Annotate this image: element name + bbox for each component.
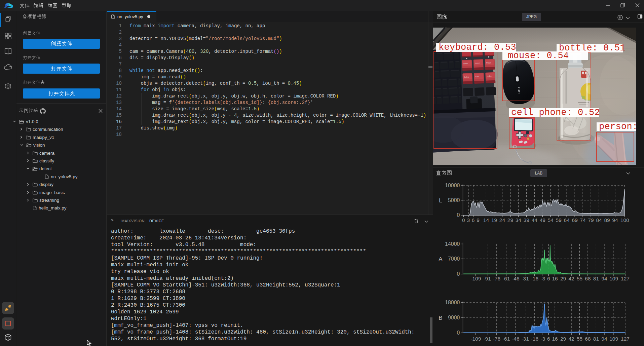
svg-text:18000: 18000 <box>445 300 460 305</box>
svg-text:PgDn: PgDn <box>487 75 491 77</box>
svg-text:bottle: 0.51: bottle: 0.51 <box>559 43 626 53</box>
svg-text:-76: -76 <box>493 336 500 342</box>
svg-text:16: 16 <box>552 336 558 342</box>
svg-text:29: 29 <box>560 336 566 342</box>
svg-text:127: 127 <box>621 276 630 281</box>
svg-text:A: A <box>439 256 443 262</box>
svg-text:-91: -91 <box>483 276 491 281</box>
svg-text:6: 6 <box>547 336 550 342</box>
svg-text:-31: -31 <box>521 276 529 281</box>
svg-text:0: 0 <box>457 212 460 218</box>
svg-text:-46: -46 <box>512 276 519 281</box>
svg-text:29: 29 <box>507 217 513 223</box>
svg-text:94: 94 <box>612 217 618 223</box>
svg-text:34: 34 <box>516 217 522 223</box>
svg-text:69: 69 <box>572 217 578 223</box>
svg-text:-31: -31 <box>521 336 529 342</box>
svg-text:14000: 14000 <box>445 241 460 247</box>
svg-text:94: 94 <box>601 276 607 281</box>
svg-text:-46: -46 <box>512 336 519 342</box>
svg-text:-76: -76 <box>493 276 500 281</box>
svg-text:6: 6 <box>472 217 475 223</box>
svg-text:0: 0 <box>457 271 460 277</box>
svg-text:-3: -3 <box>540 336 545 342</box>
svg-text:0: 0 <box>457 330 460 336</box>
svg-text:68: 68 <box>585 336 591 342</box>
svg-text:person:: person: <box>599 122 636 132</box>
svg-text:127: 127 <box>621 336 630 342</box>
svg-text:79: 79 <box>588 217 594 223</box>
svg-text:81: 81 <box>593 336 599 342</box>
svg-text:-61: -61 <box>502 276 510 281</box>
svg-text:9: 9 <box>477 217 480 223</box>
svg-text:55: 55 <box>577 276 582 281</box>
svg-text:109: 109 <box>609 336 618 342</box>
svg-text:109: 109 <box>609 276 618 281</box>
svg-text:89: 89 <box>604 217 610 223</box>
svg-text:L: L <box>439 197 442 204</box>
svg-text:94: 94 <box>601 336 607 342</box>
svg-text:-16: -16 <box>531 276 538 281</box>
svg-text:74: 74 <box>580 217 586 223</box>
svg-text:16: 16 <box>552 276 558 281</box>
svg-text:5000: 5000 <box>448 197 460 203</box>
svg-text:42: 42 <box>568 276 574 281</box>
svg-text:-3: -3 <box>540 276 545 281</box>
svg-text:84: 84 <box>596 217 602 223</box>
svg-text:100: 100 <box>620 217 629 223</box>
svg-text:24: 24 <box>499 217 505 223</box>
svg-text:0: 0 <box>462 217 465 223</box>
svg-text:-109: -109 <box>470 336 481 342</box>
svg-text:64: 64 <box>564 217 570 223</box>
svg-text:59: 59 <box>556 217 562 223</box>
svg-text:-109: -109 <box>470 276 481 281</box>
svg-text:55: 55 <box>577 336 582 342</box>
svg-text:keyboard: 0.53: keyboard: 0.53 <box>439 42 516 52</box>
svg-text:Insert: Insert <box>463 63 468 65</box>
svg-text:39: 39 <box>524 217 529 223</box>
svg-text:81: 81 <box>593 276 599 281</box>
svg-text:Delete: Delete <box>464 76 469 78</box>
svg-text:3: 3 <box>467 217 470 223</box>
svg-text:-16: -16 <box>531 336 538 342</box>
svg-text:cell phone: 0.52: cell phone: 0.52 <box>511 108 600 118</box>
svg-text:6: 6 <box>547 276 550 281</box>
svg-text:-91: -91 <box>483 336 491 342</box>
svg-text:10000: 10000 <box>445 183 460 188</box>
svg-text:-61: -61 <box>502 336 510 342</box>
svg-text:B: B <box>439 315 442 321</box>
svg-text:9000: 9000 <box>448 315 460 320</box>
svg-text:68: 68 <box>585 276 591 281</box>
svg-text:49: 49 <box>540 217 545 223</box>
svg-text:End: End <box>476 76 479 78</box>
svg-text:54: 54 <box>548 217 554 223</box>
svg-text:29: 29 <box>560 276 566 281</box>
svg-text:PgUp: PgUp <box>486 62 491 64</box>
svg-text:42: 42 <box>568 336 574 342</box>
svg-text:Home: Home <box>475 62 480 64</box>
svg-text:44: 44 <box>532 217 538 223</box>
svg-text:14: 14 <box>483 217 489 223</box>
svg-text:19: 19 <box>491 217 497 223</box>
svg-text:7000: 7000 <box>448 256 460 262</box>
